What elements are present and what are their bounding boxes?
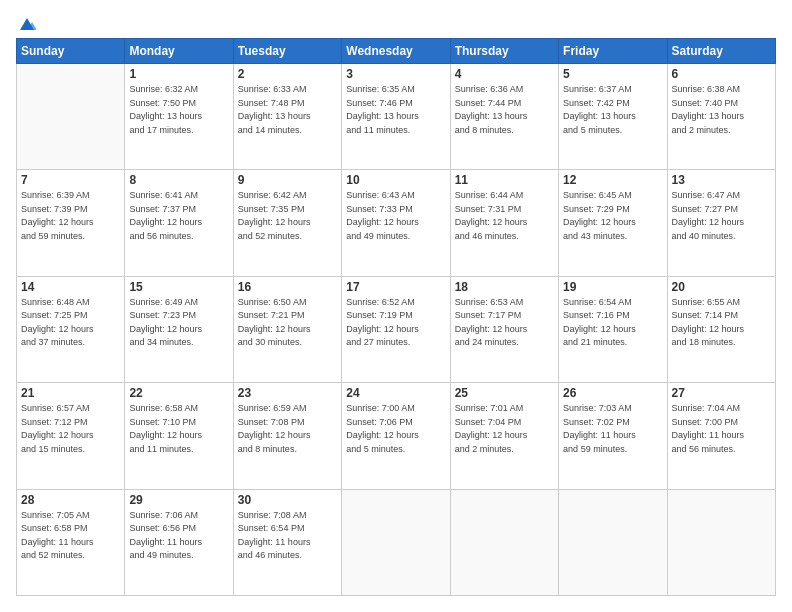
day-detail: Sunrise: 6:48 AM Sunset: 7:25 PM Dayligh… — [21, 296, 120, 350]
calendar-cell: 15Sunrise: 6:49 AM Sunset: 7:23 PM Dayli… — [125, 276, 233, 382]
calendar-header-thursday: Thursday — [450, 39, 558, 64]
day-detail: Sunrise: 6:41 AM Sunset: 7:37 PM Dayligh… — [129, 189, 228, 243]
day-detail: Sunrise: 6:54 AM Sunset: 7:16 PM Dayligh… — [563, 296, 662, 350]
day-number: 8 — [129, 173, 228, 187]
day-number: 1 — [129, 67, 228, 81]
calendar-week-row: 14Sunrise: 6:48 AM Sunset: 7:25 PM Dayli… — [17, 276, 776, 382]
calendar-cell: 6Sunrise: 6:38 AM Sunset: 7:40 PM Daylig… — [667, 64, 775, 170]
day-detail: Sunrise: 6:49 AM Sunset: 7:23 PM Dayligh… — [129, 296, 228, 350]
calendar-cell: 27Sunrise: 7:04 AM Sunset: 7:00 PM Dayli… — [667, 383, 775, 489]
calendar-cell: 11Sunrise: 6:44 AM Sunset: 7:31 PM Dayli… — [450, 170, 558, 276]
day-detail: Sunrise: 6:37 AM Sunset: 7:42 PM Dayligh… — [563, 83, 662, 137]
calendar-cell: 9Sunrise: 6:42 AM Sunset: 7:35 PM Daylig… — [233, 170, 341, 276]
calendar-cell: 26Sunrise: 7:03 AM Sunset: 7:02 PM Dayli… — [559, 383, 667, 489]
day-detail: Sunrise: 7:01 AM Sunset: 7:04 PM Dayligh… — [455, 402, 554, 456]
day-number: 14 — [21, 280, 120, 294]
calendar-header-row: SundayMondayTuesdayWednesdayThursdayFrid… — [17, 39, 776, 64]
day-number: 7 — [21, 173, 120, 187]
calendar-cell: 29Sunrise: 7:06 AM Sunset: 6:56 PM Dayli… — [125, 489, 233, 595]
calendar-cell — [667, 489, 775, 595]
day-number: 20 — [672, 280, 771, 294]
calendar-cell: 7Sunrise: 6:39 AM Sunset: 7:39 PM Daylig… — [17, 170, 125, 276]
calendar-header-saturday: Saturday — [667, 39, 775, 64]
calendar-week-row: 1Sunrise: 6:32 AM Sunset: 7:50 PM Daylig… — [17, 64, 776, 170]
day-detail: Sunrise: 6:58 AM Sunset: 7:10 PM Dayligh… — [129, 402, 228, 456]
calendar-header-wednesday: Wednesday — [342, 39, 450, 64]
day-detail: Sunrise: 6:47 AM Sunset: 7:27 PM Dayligh… — [672, 189, 771, 243]
calendar-cell — [17, 64, 125, 170]
calendar-week-row: 21Sunrise: 6:57 AM Sunset: 7:12 PM Dayli… — [17, 383, 776, 489]
day-detail: Sunrise: 6:50 AM Sunset: 7:21 PM Dayligh… — [238, 296, 337, 350]
calendar-cell: 19Sunrise: 6:54 AM Sunset: 7:16 PM Dayli… — [559, 276, 667, 382]
day-detail: Sunrise: 6:59 AM Sunset: 7:08 PM Dayligh… — [238, 402, 337, 456]
page: SundayMondayTuesdayWednesdayThursdayFrid… — [0, 0, 792, 612]
calendar-cell: 12Sunrise: 6:45 AM Sunset: 7:29 PM Dayli… — [559, 170, 667, 276]
day-number: 12 — [563, 173, 662, 187]
day-number: 10 — [346, 173, 445, 187]
calendar-cell: 3Sunrise: 6:35 AM Sunset: 7:46 PM Daylig… — [342, 64, 450, 170]
day-number: 30 — [238, 493, 337, 507]
calendar-cell — [559, 489, 667, 595]
day-detail: Sunrise: 6:43 AM Sunset: 7:33 PM Dayligh… — [346, 189, 445, 243]
calendar-header-sunday: Sunday — [17, 39, 125, 64]
day-detail: Sunrise: 6:42 AM Sunset: 7:35 PM Dayligh… — [238, 189, 337, 243]
calendar-cell: 25Sunrise: 7:01 AM Sunset: 7:04 PM Dayli… — [450, 383, 558, 489]
day-detail: Sunrise: 6:52 AM Sunset: 7:19 PM Dayligh… — [346, 296, 445, 350]
day-number: 26 — [563, 386, 662, 400]
day-number: 29 — [129, 493, 228, 507]
calendar-cell: 20Sunrise: 6:55 AM Sunset: 7:14 PM Dayli… — [667, 276, 775, 382]
calendar-header-friday: Friday — [559, 39, 667, 64]
day-number: 11 — [455, 173, 554, 187]
calendar-cell: 13Sunrise: 6:47 AM Sunset: 7:27 PM Dayli… — [667, 170, 775, 276]
day-detail: Sunrise: 6:33 AM Sunset: 7:48 PM Dayligh… — [238, 83, 337, 137]
day-number: 6 — [672, 67, 771, 81]
day-detail: Sunrise: 6:36 AM Sunset: 7:44 PM Dayligh… — [455, 83, 554, 137]
day-number: 22 — [129, 386, 228, 400]
calendar-header-monday: Monday — [125, 39, 233, 64]
calendar-cell: 28Sunrise: 7:05 AM Sunset: 6:58 PM Dayli… — [17, 489, 125, 595]
calendar-cell: 30Sunrise: 7:08 AM Sunset: 6:54 PM Dayli… — [233, 489, 341, 595]
day-number: 27 — [672, 386, 771, 400]
day-detail: Sunrise: 6:57 AM Sunset: 7:12 PM Dayligh… — [21, 402, 120, 456]
day-detail: Sunrise: 6:53 AM Sunset: 7:17 PM Dayligh… — [455, 296, 554, 350]
calendar-header-tuesday: Tuesday — [233, 39, 341, 64]
day-number: 17 — [346, 280, 445, 294]
day-number: 19 — [563, 280, 662, 294]
day-detail: Sunrise: 7:06 AM Sunset: 6:56 PM Dayligh… — [129, 509, 228, 563]
day-number: 15 — [129, 280, 228, 294]
calendar-cell: 14Sunrise: 6:48 AM Sunset: 7:25 PM Dayli… — [17, 276, 125, 382]
day-number: 3 — [346, 67, 445, 81]
day-detail: Sunrise: 6:39 AM Sunset: 7:39 PM Dayligh… — [21, 189, 120, 243]
header — [16, 16, 776, 28]
day-number: 21 — [21, 386, 120, 400]
calendar-cell — [342, 489, 450, 595]
calendar-cell: 24Sunrise: 7:00 AM Sunset: 7:06 PM Dayli… — [342, 383, 450, 489]
day-number: 9 — [238, 173, 337, 187]
calendar-cell: 2Sunrise: 6:33 AM Sunset: 7:48 PM Daylig… — [233, 64, 341, 170]
day-detail: Sunrise: 7:08 AM Sunset: 6:54 PM Dayligh… — [238, 509, 337, 563]
day-number: 23 — [238, 386, 337, 400]
calendar-cell — [450, 489, 558, 595]
calendar-cell: 10Sunrise: 6:43 AM Sunset: 7:33 PM Dayli… — [342, 170, 450, 276]
calendar-cell: 21Sunrise: 6:57 AM Sunset: 7:12 PM Dayli… — [17, 383, 125, 489]
calendar-cell: 1Sunrise: 6:32 AM Sunset: 7:50 PM Daylig… — [125, 64, 233, 170]
day-number: 13 — [672, 173, 771, 187]
day-number: 16 — [238, 280, 337, 294]
calendar-cell: 22Sunrise: 6:58 AM Sunset: 7:10 PM Dayli… — [125, 383, 233, 489]
day-detail: Sunrise: 7:04 AM Sunset: 7:00 PM Dayligh… — [672, 402, 771, 456]
day-detail: Sunrise: 7:05 AM Sunset: 6:58 PM Dayligh… — [21, 509, 120, 563]
logo-icon — [18, 16, 36, 32]
day-detail: Sunrise: 6:32 AM Sunset: 7:50 PM Dayligh… — [129, 83, 228, 137]
calendar-cell: 16Sunrise: 6:50 AM Sunset: 7:21 PM Dayli… — [233, 276, 341, 382]
calendar-week-row: 28Sunrise: 7:05 AM Sunset: 6:58 PM Dayli… — [17, 489, 776, 595]
day-detail: Sunrise: 6:45 AM Sunset: 7:29 PM Dayligh… — [563, 189, 662, 243]
day-number: 28 — [21, 493, 120, 507]
day-number: 2 — [238, 67, 337, 81]
day-detail: Sunrise: 7:00 AM Sunset: 7:06 PM Dayligh… — [346, 402, 445, 456]
day-detail: Sunrise: 6:55 AM Sunset: 7:14 PM Dayligh… — [672, 296, 771, 350]
day-detail: Sunrise: 6:38 AM Sunset: 7:40 PM Dayligh… — [672, 83, 771, 137]
calendar-table: SundayMondayTuesdayWednesdayThursdayFrid… — [16, 38, 776, 596]
calendar-cell: 8Sunrise: 6:41 AM Sunset: 7:37 PM Daylig… — [125, 170, 233, 276]
day-number: 25 — [455, 386, 554, 400]
calendar-cell: 23Sunrise: 6:59 AM Sunset: 7:08 PM Dayli… — [233, 383, 341, 489]
